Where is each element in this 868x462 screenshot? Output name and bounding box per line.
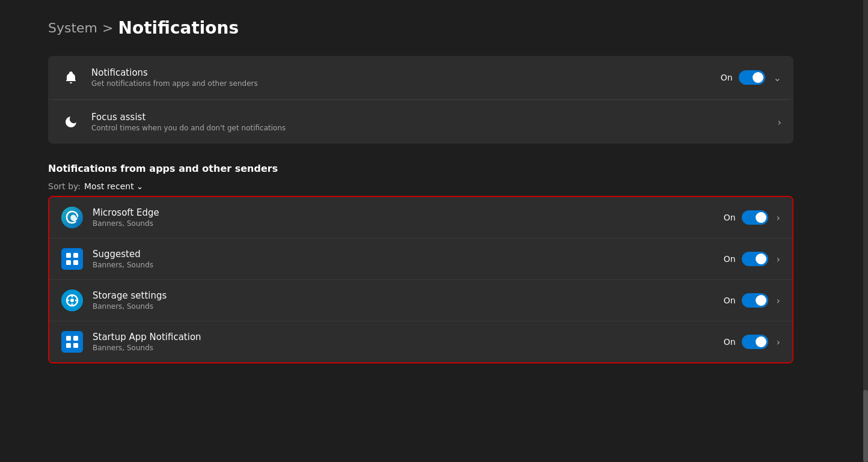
focus-assist-title: Focus assist: [91, 112, 775, 123]
list-item[interactable]: Microsoft Edge Banners, Sounds On ›: [49, 197, 792, 239]
focus-assist-subtitle: Control times when you do and don't get …: [91, 124, 775, 132]
svg-rect-15: [73, 336, 78, 341]
svg-rect-5: [73, 260, 78, 265]
edge-icon: [61, 207, 83, 228]
startup-toggle-label: On: [724, 337, 736, 347]
sort-by-label: Sort by:: [48, 181, 81, 191]
scrollbar[interactable]: [863, 0, 868, 462]
startup-title: Startup App Notification: [93, 332, 724, 342]
edge-title: Microsoft Edge: [93, 207, 724, 218]
notifications-toggle-label: On: [721, 73, 733, 82]
chevron-down-icon[interactable]: ⌄: [774, 72, 781, 84]
scrollbar-thumb[interactable]: [863, 390, 868, 462]
storage-text: Storage settings Banners, Sounds: [93, 290, 724, 311]
breadcrumb-current: Notifications: [118, 18, 239, 38]
svg-rect-16: [66, 343, 71, 348]
notifications-subtitle: Get notifications from apps and other se…: [91, 79, 721, 88]
svg-rect-4: [66, 260, 71, 265]
breadcrumb-system[interactable]: System: [48, 20, 97, 35]
sort-chevron-icon: ⌄: [136, 181, 144, 191]
startup-icon: [61, 331, 83, 353]
suggested-text: Suggested Banners, Sounds: [93, 249, 724, 269]
list-item[interactable]: Storage settings Banners, Sounds On ›: [49, 280, 792, 321]
focus-assist-text: Focus assist Control times when you do a…: [91, 112, 775, 132]
storage-toggle-label: On: [724, 296, 736, 305]
focus-assist-controls: ›: [775, 117, 781, 128]
breadcrumb: System > Notifications: [48, 18, 793, 38]
svg-rect-3: [73, 253, 78, 258]
svg-rect-13: [61, 331, 83, 353]
storage-toggle[interactable]: [742, 293, 768, 308]
chevron-right-icon[interactable]: ›: [777, 295, 780, 306]
chevron-right-icon[interactable]: ›: [777, 254, 780, 265]
startup-toggle[interactable]: [742, 335, 768, 349]
list-item[interactable]: Startup App Notification Banners, Sounds…: [49, 321, 792, 362]
storage-title: Storage settings: [93, 290, 724, 301]
breadcrumb-separator: >: [102, 20, 113, 35]
notifications-text: Notifications Get notifications from app…: [91, 67, 721, 88]
edge-toggle[interactable]: [742, 210, 768, 225]
sort-value[interactable]: Most recent ⌄: [84, 181, 143, 191]
notifications-toggle[interactable]: [739, 70, 765, 85]
bell-icon: [60, 67, 82, 88]
svg-rect-1: [61, 248, 83, 270]
svg-rect-2: [66, 253, 71, 258]
startup-text: Startup App Notification Banners, Sounds: [93, 332, 724, 352]
notifications-row[interactable]: Notifications Get notifications from app…: [48, 56, 793, 100]
edge-subtitle: Banners, Sounds: [93, 219, 724, 228]
suggested-toggle-label: On: [724, 254, 736, 264]
startup-subtitle: Banners, Sounds: [93, 344, 724, 352]
svg-rect-17: [73, 343, 78, 348]
suggested-title: Suggested: [93, 249, 724, 260]
svg-point-8: [70, 299, 74, 302]
notifications-card: Notifications Get notifications from app…: [48, 56, 793, 144]
startup-controls: On ›: [724, 335, 780, 349]
suggested-toggle[interactable]: [742, 252, 768, 266]
storage-controls: On ›: [724, 293, 780, 308]
notifications-title: Notifications: [91, 67, 721, 78]
sort-row: Sort by: Most recent ⌄: [48, 181, 793, 191]
edge-text: Microsoft Edge Banners, Sounds: [93, 207, 724, 228]
storage-subtitle: Banners, Sounds: [93, 302, 724, 311]
focus-assist-row[interactable]: Focus assist Control times when you do a…: [48, 100, 793, 144]
app-settings-card: Microsoft Edge Banners, Sounds On ›: [49, 197, 792, 362]
notifications-controls: On ⌄: [721, 70, 781, 85]
suggested-icon: [61, 248, 83, 270]
chevron-right-icon[interactable]: ›: [777, 212, 780, 223]
section-title: Notifications from apps and other sender…: [48, 163, 793, 174]
list-item[interactable]: Suggested Banners, Sounds On ›: [49, 239, 792, 280]
svg-rect-14: [66, 336, 71, 341]
moon-icon: [60, 111, 82, 133]
edge-toggle-label: On: [724, 213, 736, 222]
storage-icon: [61, 290, 83, 311]
app-list-container: Microsoft Edge Banners, Sounds On ›: [48, 196, 793, 363]
chevron-right-icon[interactable]: ›: [777, 336, 780, 348]
edge-controls: On ›: [724, 210, 780, 225]
suggested-subtitle: Banners, Sounds: [93, 261, 724, 269]
chevron-right-icon[interactable]: ›: [778, 117, 781, 128]
suggested-controls: On ›: [724, 252, 780, 266]
